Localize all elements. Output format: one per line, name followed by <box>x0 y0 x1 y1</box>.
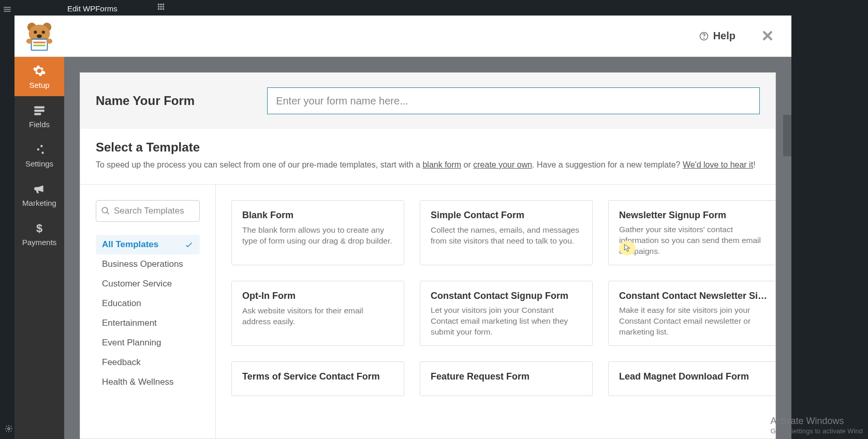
svg-point-21 <box>41 152 43 154</box>
category-feedback[interactable]: Feedback <box>96 353 200 372</box>
dollar-icon: $ <box>33 221 46 235</box>
nav-payments[interactable]: $ Payments <box>14 214 64 253</box>
svg-point-8 <box>37 34 42 38</box>
nav-label: Settings <box>25 159 53 168</box>
category-business-operations[interactable]: Business Operations <box>96 254 200 274</box>
template-desc: Collect the names, emails, and messages … <box>431 225 582 247</box>
nav-label: Fields <box>29 120 50 129</box>
close-builder-button[interactable] <box>758 24 777 48</box>
builder-stage: Name Your Form Select a Template To spee… <box>64 57 791 439</box>
search-icon <box>101 206 110 216</box>
svg-rect-17 <box>34 109 45 111</box>
template-title: Simple Contact Form <box>431 210 582 221</box>
template-search-input[interactable] <box>96 200 200 222</box>
template-title: Terms of Service Contact Form <box>242 371 393 382</box>
builder-body: Setup Fields Settings Marketing $ Paymen… <box>14 57 791 439</box>
template-card-constant-contact-signup[interactable]: Constant Contact Signup Form Let your vi… <box>420 281 593 346</box>
svg-rect-11 <box>33 44 45 46</box>
nav-setup[interactable]: Setup <box>14 57 64 96</box>
wpforms-bear-logo-icon <box>23 20 55 52</box>
template-grid: Blank Form The blank form allows you to … <box>216 185 775 438</box>
category-label: Feedback <box>102 357 141 368</box>
wp-menu-hamburger-icon[interactable] <box>0 2 14 17</box>
suggestion-link[interactable]: We'd love to hear it <box>683 160 753 169</box>
name-form-label: Name Your Form <box>96 94 195 108</box>
svg-point-19 <box>40 145 42 147</box>
template-title: Constant Contact Newsletter Sign... <box>619 291 770 301</box>
stage-scrollbar[interactable] <box>783 115 791 156</box>
svg-point-0 <box>8 428 10 430</box>
screen-options-icon[interactable] <box>156 2 166 11</box>
wpforms-logo <box>14 16 64 57</box>
nav-label: Payments <box>22 238 57 247</box>
template-desc: The blank form allows you to create any … <box>242 225 393 247</box>
category-event-planning[interactable]: Event Planning <box>96 333 200 353</box>
select-template-title: Select a Template <box>96 140 760 155</box>
template-title: Lead Magnet Download Form <box>619 371 770 382</box>
template-desc: Gather your site visitors' contact infor… <box>619 224 770 255</box>
gear-icon[interactable] <box>2 422 16 435</box>
template-card-feature-request[interactable]: Feature Request Form <box>420 361 593 396</box>
category-education[interactable]: Education <box>96 294 200 313</box>
category-label: Education <box>102 298 141 309</box>
template-card-blank-form[interactable]: Blank Form The blank form allows you to … <box>231 200 404 265</box>
svg-text:$: $ <box>36 221 42 234</box>
template-title: Constant Contact Signup Form <box>431 291 582 301</box>
template-card-simple-contact[interactable]: Simple Contact Form Collect the names, e… <box>420 200 593 265</box>
admin-bar-title: Edit WPForms <box>67 4 117 13</box>
template-categories-sidebar: All Templates Business Operations Custom… <box>80 185 216 438</box>
category-label: Business Operations <box>102 259 183 269</box>
select-template-description: To speed up the process you can select f… <box>96 159 760 184</box>
template-card-constant-contact-newsletter[interactable]: Constant Contact Newsletter Sign... Make… <box>608 281 775 346</box>
template-title: Feature Request Form <box>431 371 582 382</box>
setup-panel: Name Your Form Select a Template To spee… <box>80 72 776 439</box>
template-card-terms-of-service[interactable]: Terms of Service Contact Form <box>231 361 404 396</box>
svg-point-13 <box>47 38 53 43</box>
svg-point-20 <box>37 148 39 150</box>
form-name-input[interactable] <box>267 87 760 114</box>
template-desc: Make it easy for site visitors join your… <box>619 305 770 336</box>
svg-point-6 <box>34 31 37 34</box>
blank-form-link[interactable]: blank form <box>422 160 461 169</box>
category-label: Entertainment <box>102 318 157 328</box>
template-title: Blank Form <box>242 210 393 221</box>
template-card-newsletter-signup[interactable]: Newsletter Signup Form Gather your site … <box>608 200 775 265</box>
builder-header: Help <box>14 16 791 57</box>
wpforms-builder-modal: Help Setup Fields Settings Marketing <box>14 16 791 439</box>
template-search-wrap <box>96 200 200 222</box>
category-customer-service[interactable]: Customer Service <box>96 274 200 294</box>
check-icon <box>184 240 194 249</box>
help-label: Help <box>713 30 735 42</box>
category-label: Event Planning <box>102 338 161 348</box>
svg-point-12 <box>26 38 33 43</box>
list-icon <box>33 103 46 117</box>
svg-point-7 <box>42 31 45 34</box>
template-card-lead-magnet[interactable]: Lead Magnet Download Form <box>608 361 775 396</box>
help-icon <box>699 31 709 41</box>
svg-point-15 <box>703 38 704 39</box>
builder-left-nav: Setup Fields Settings Marketing $ Paymen… <box>14 57 64 439</box>
template-title: Opt-In Form <box>242 291 393 301</box>
nav-fields[interactable]: Fields <box>14 96 64 135</box>
category-health-wellness[interactable]: Health & Wellness <box>96 372 200 392</box>
wp-admin-bar: Edit WPForms <box>16 0 868 17</box>
category-entertainment[interactable]: Entertainment <box>96 313 200 333</box>
template-body: All Templates Business Operations Custom… <box>80 185 775 438</box>
template-desc: Ask website visitors for their email add… <box>242 306 393 327</box>
template-section-header: Select a Template To speed up the proces… <box>80 129 775 184</box>
close-icon <box>761 29 774 42</box>
template-desc: Let your visitors join your Constant Con… <box>431 305 582 336</box>
category-all-templates[interactable]: All Templates <box>96 235 200 254</box>
nav-settings[interactable]: Settings <box>14 135 64 175</box>
sliders-icon <box>33 143 46 156</box>
template-card-opt-in[interactable]: Opt-In Form Ask website visitors for the… <box>231 281 404 346</box>
template-title: Newsletter Signup Form <box>619 210 770 220</box>
nav-label: Marketing <box>22 199 56 207</box>
name-form-section: Name Your Form <box>80 73 775 129</box>
nav-marketing[interactable]: Marketing <box>14 175 64 214</box>
help-link[interactable]: Help <box>692 26 743 46</box>
create-your-own-link[interactable]: create your own <box>473 160 532 169</box>
bullhorn-icon <box>33 182 46 195</box>
category-label: All Templates <box>102 239 158 250</box>
gear-icon <box>33 64 46 78</box>
